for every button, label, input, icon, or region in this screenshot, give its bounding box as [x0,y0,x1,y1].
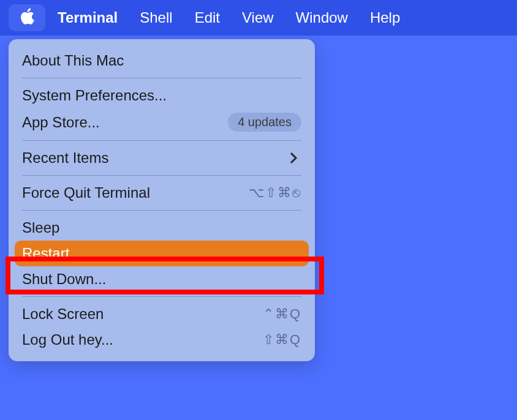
menu-separator [22,175,301,176]
menubar-item-view[interactable]: View [231,0,285,36]
apple-logo-icon [19,7,35,28]
menu-item-label: About This Mac [22,52,124,69]
menu-item-about-this-mac[interactable]: About This Mac [9,48,315,73]
menubar-item-edit[interactable]: Edit [184,0,231,36]
menu-item-system-preferences[interactable]: System Preferences... [9,83,315,108]
menu-item-label: Log Out hey... [22,331,113,348]
menu-item-label: Restart... [22,245,81,262]
menu-item-log-out[interactable]: Log Out hey... ⇧⌘Q [9,327,315,353]
menu-item-label: System Preferences... [22,87,167,104]
menu-item-app-store[interactable]: App Store... 4 updates [9,108,315,136]
menu-item-sleep[interactable]: Sleep [9,215,315,241]
menu-separator [22,296,301,297]
menu-item-label: Sleep [22,219,59,236]
menubar: Terminal Shell Edit View Window Help [0,0,517,36]
menu-item-label: Recent Items [22,149,108,167]
updates-badge: 4 updates [228,113,301,132]
chevron-right-icon [289,151,298,165]
menu-item-force-quit[interactable]: Force Quit Terminal ⌥⇧⌘⎋ [9,180,315,206]
apple-menu-dropdown: About This Mac System Preferences... App… [9,39,315,361]
menu-item-label: App Store... [22,114,100,131]
menubar-item-help[interactable]: Help [359,0,411,36]
menubar-item-window[interactable]: Window [285,0,359,36]
menu-item-shut-down[interactable]: Shut Down... [9,266,315,292]
menubar-item-shell[interactable]: Shell [129,0,183,36]
keyboard-shortcut: ⇧⌘Q [263,332,301,348]
apple-menu-button[interactable] [9,4,45,31]
menu-item-label: Shut Down... [22,271,106,288]
menu-item-recent-items[interactable]: Recent Items [9,145,315,171]
keyboard-shortcut: ⌥⇧⌘⎋ [249,185,301,201]
menu-separator [22,210,301,211]
menu-separator [22,140,301,141]
menu-item-label: Lock Screen [22,306,104,323]
menu-item-lock-screen[interactable]: Lock Screen ⌃⌘Q [9,301,315,327]
menu-item-restart[interactable]: Restart... [15,241,309,266]
menu-item-label: Force Quit Terminal [22,184,150,201]
keyboard-shortcut: ⌃⌘Q [263,306,301,322]
menu-separator [22,78,301,78]
menubar-app-name[interactable]: Terminal [51,0,129,36]
